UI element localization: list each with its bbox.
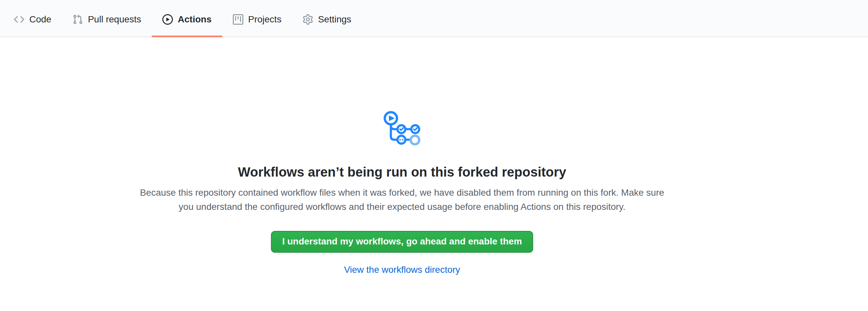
project-icon <box>233 14 243 25</box>
git-pull-request-icon <box>72 14 83 25</box>
tab-actions[interactable]: Actions <box>152 0 222 37</box>
tab-pull-requests-label: Pull requests <box>88 15 141 24</box>
enable-workflows-button[interactable]: I understand my workflows, go ahead and … <box>271 231 533 253</box>
gear-icon <box>303 14 313 25</box>
tab-code[interactable]: Code <box>3 0 62 37</box>
view-link-row: View the workflows directory <box>0 265 804 275</box>
play-icon <box>162 14 173 25</box>
tab-pull-requests[interactable]: Pull requests <box>62 0 152 37</box>
tab-settings-label: Settings <box>318 15 351 24</box>
workflow-graph-icon <box>383 111 421 145</box>
repo-nav: Code Pull requests Actions Projects Sett… <box>0 0 868 37</box>
tab-settings[interactable]: Settings <box>292 0 362 37</box>
blankslate-description: Because this repository contained workfl… <box>135 185 669 214</box>
tab-projects-label: Projects <box>248 15 282 24</box>
tab-actions-label: Actions <box>178 15 212 24</box>
code-icon <box>14 14 24 25</box>
tab-code-label: Code <box>29 15 51 24</box>
tab-projects[interactable]: Projects <box>222 0 292 37</box>
enable-button-row: I understand my workflows, go ahead and … <box>0 231 804 253</box>
blankslate-heading: Workflows aren’t being run on this forke… <box>0 164 804 180</box>
actions-blankslate: Workflows aren’t being run on this forke… <box>0 37 804 275</box>
view-workflows-link[interactable]: View the workflows directory <box>344 265 460 275</box>
